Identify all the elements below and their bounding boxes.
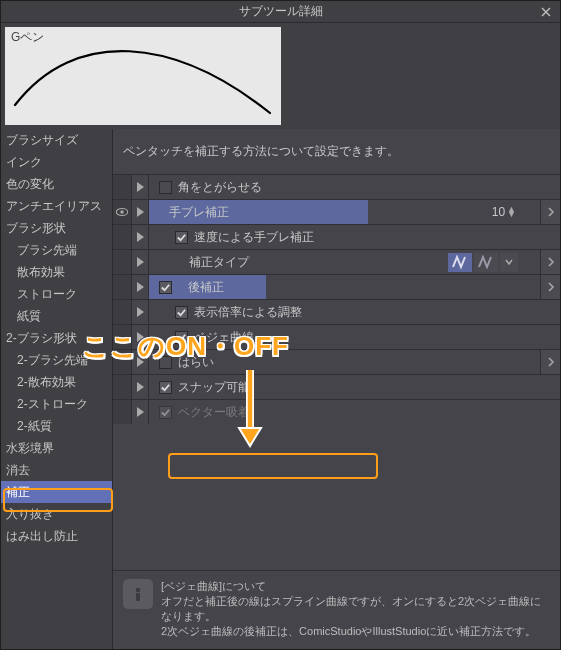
checkbox[interactable]: [159, 181, 172, 194]
close-icon[interactable]: [538, 4, 554, 20]
row-label: ベクター吸着: [178, 404, 250, 421]
row-expand-toggle[interactable]: [131, 225, 149, 249]
row-visibility-toggle[interactable]: [113, 375, 131, 399]
info-body-2: 2次ベジェ曲線の後補正は、ComicStudioやIllustStudioに近い…: [161, 624, 550, 639]
info-title: [ベジェ曲線]について: [161, 579, 550, 594]
checkbox[interactable]: [175, 231, 188, 244]
info-panel: [ベジェ曲線]について オフだと補正後の線はスプライン曲線ですが、オンにすると2…: [113, 570, 560, 649]
chevron-right-icon[interactable]: [540, 200, 560, 224]
row-visibility-toggle[interactable]: [113, 275, 131, 299]
row-content[interactable]: 速度による手ブレ補正: [149, 225, 560, 249]
svg-rect-2: [136, 588, 140, 592]
sidebar-item[interactable]: 紙質: [1, 305, 112, 327]
row-label: ベジェ曲線: [194, 329, 254, 346]
category-sidebar: ブラシサイズインク色の変化アンチエイリアスブラシ形状ブラシ先端散布効果ストローク…: [1, 129, 113, 649]
chevron-right-icon[interactable]: [540, 350, 560, 374]
info-body-1: オフだと補正後の線はスプライン曲線ですが、オンにすると2次ベジェ曲線になります。: [161, 594, 550, 624]
setting-row: ベジェ曲線: [113, 324, 560, 349]
checkbox[interactable]: [175, 306, 188, 319]
row-content[interactable]: はらい: [149, 350, 540, 374]
setting-row: 表示倍率による調整: [113, 299, 560, 324]
sidebar-item[interactable]: ストローク: [1, 283, 112, 305]
row-content[interactable]: 表示倍率による調整: [149, 300, 560, 324]
sidebar-item[interactable]: 消去: [1, 459, 112, 481]
sidebar-item[interactable]: はみ出し防止: [1, 525, 112, 547]
row-label: 補正タイプ: [189, 254, 249, 271]
row-expand-toggle[interactable]: [131, 250, 149, 274]
settings-rows: 角をとがらせる手ブレ補正10▲▼速度による手ブレ補正補正タイプ後補正表示倍率によ…: [113, 174, 560, 570]
row-visibility-toggle[interactable]: [113, 250, 131, 274]
setting-row: 後補正: [113, 274, 560, 299]
chevron-right-icon[interactable]: [540, 250, 560, 274]
sidebar-item[interactable]: アンチエイリアス: [1, 195, 112, 217]
correction-type-selector[interactable]: [448, 253, 518, 272]
row-label: 角をとがらせる: [178, 179, 262, 196]
setting-row: 速度による手ブレ補正: [113, 224, 560, 249]
svg-rect-3: [136, 593, 140, 601]
row-content[interactable]: 手ブレ補正10▲▼: [149, 200, 540, 224]
checkbox[interactable]: [175, 331, 188, 344]
row-visibility-toggle[interactable]: [113, 175, 131, 199]
setting-row: スナップ可能: [113, 374, 560, 399]
sidebar-item[interactable]: 2-ストローク: [1, 393, 112, 415]
checkbox[interactable]: [159, 281, 172, 294]
sidebar-item[interactable]: インク: [1, 151, 112, 173]
panel-description: ペンタッチを補正する方法について設定できます。: [113, 129, 560, 174]
row-expand-toggle[interactable]: [131, 325, 149, 349]
sidebar-item[interactable]: 補正: [1, 481, 112, 503]
sidebar-item[interactable]: 2-紙質: [1, 415, 112, 437]
row-label: はらい: [178, 354, 214, 371]
info-icon: [123, 579, 153, 609]
row-expand-toggle[interactable]: [131, 300, 149, 324]
checkbox[interactable]: [159, 381, 172, 394]
setting-row: 手ブレ補正10▲▼: [113, 199, 560, 224]
row-label: 表示倍率による調整: [194, 304, 302, 321]
row-content[interactable]: 補正タイプ: [149, 250, 540, 274]
chevron-right-icon[interactable]: [540, 275, 560, 299]
main-panel: ペンタッチを補正する方法について設定できます。 角をとがらせる手ブレ補正10▲▼…: [113, 129, 560, 649]
row-expand-toggle[interactable]: [131, 175, 149, 199]
row-visibility-toggle[interactable]: [113, 325, 131, 349]
sidebar-item[interactable]: 水彩境界: [1, 437, 112, 459]
row-visibility-toggle[interactable]: [113, 200, 131, 224]
row-expand-toggle[interactable]: [131, 275, 149, 299]
sidebar-item[interactable]: 2-ブラシ形状: [1, 327, 112, 349]
row-visibility-toggle[interactable]: [113, 400, 131, 424]
row-label: 手ブレ補正: [159, 204, 229, 221]
row-content[interactable]: 後補正: [149, 275, 540, 299]
svg-point-1: [120, 210, 124, 214]
sidebar-item[interactable]: 散布効果: [1, 261, 112, 283]
row-visibility-toggle[interactable]: [113, 300, 131, 324]
value-spinner[interactable]: 10▲▼: [492, 205, 516, 219]
row-expand-toggle[interactable]: [131, 375, 149, 399]
window-title: サブツール詳細: [239, 3, 323, 20]
row-expand-toggle[interactable]: [131, 400, 149, 424]
row-content[interactable]: 角をとがらせる: [149, 175, 560, 199]
row-label: 後補正: [178, 279, 224, 296]
row-label: 速度による手ブレ補正: [194, 229, 314, 246]
sidebar-item[interactable]: 2-散布効果: [1, 371, 112, 393]
sidebar-item[interactable]: 入り抜き: [1, 503, 112, 525]
setting-row: 角をとがらせる: [113, 174, 560, 199]
row-label: スナップ可能: [178, 379, 250, 396]
setting-row: ベクター吸着: [113, 399, 560, 424]
row-visibility-toggle[interactable]: [113, 350, 131, 374]
sidebar-item[interactable]: ブラシ先端: [1, 239, 112, 261]
row-expand-toggle[interactable]: [131, 350, 149, 374]
sidebar-item[interactable]: 2-ブラシ先端: [1, 349, 112, 371]
row-content[interactable]: スナップ可能: [149, 375, 560, 399]
sidebar-item[interactable]: ブラシ形状: [1, 217, 112, 239]
setting-row: はらい: [113, 349, 560, 374]
row-expand-toggle[interactable]: [131, 200, 149, 224]
checkbox[interactable]: [159, 356, 172, 369]
row-content[interactable]: ベジェ曲線: [149, 325, 560, 349]
brush-preview-area: Gペン: [1, 23, 560, 129]
brush-preview: Gペン: [5, 27, 281, 125]
setting-row: 補正タイプ: [113, 249, 560, 274]
sidebar-item[interactable]: 色の変化: [1, 173, 112, 195]
checkbox[interactable]: [159, 406, 172, 419]
sidebar-item[interactable]: ブラシサイズ: [1, 129, 112, 151]
row-visibility-toggle[interactable]: [113, 225, 131, 249]
titlebar: サブツール詳細: [1, 1, 560, 23]
row-content[interactable]: ベクター吸着: [149, 400, 560, 424]
